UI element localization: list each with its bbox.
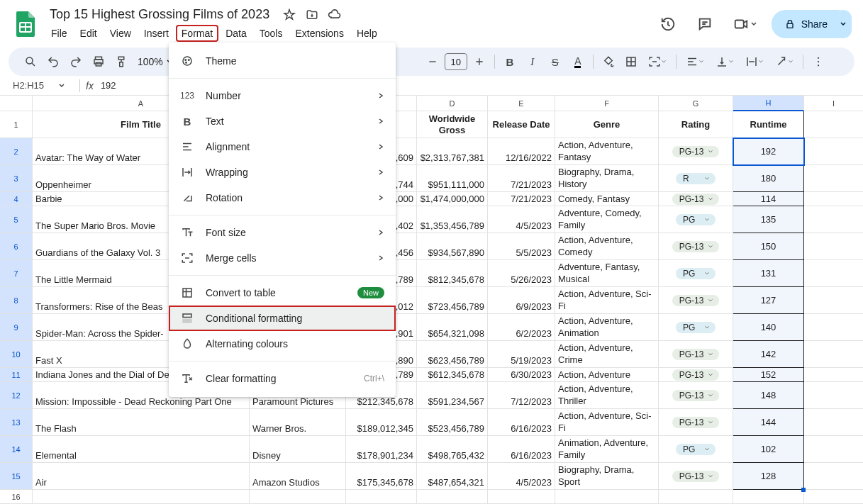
- cell[interactable]: 7/21/2023: [488, 165, 555, 192]
- row-header-9[interactable]: 9: [0, 314, 33, 341]
- cell[interactable]: 4/5/2023: [488, 206, 555, 233]
- row-header-6[interactable]: 6: [0, 233, 33, 260]
- rating-chip[interactable]: PG: [676, 214, 716, 225]
- cell[interactable]: 6/9/2023: [488, 287, 555, 314]
- redo-icon[interactable]: [65, 51, 87, 72]
- column-header-E[interactable]: E: [488, 96, 555, 111]
- fill-color-icon[interactable]: [598, 51, 619, 72]
- cell[interactable]: $654,321,098: [417, 314, 488, 341]
- cell[interactable]: 6/16/2023: [488, 409, 555, 436]
- cell[interactable]: PG-13: [659, 368, 733, 382]
- cell-runtime[interactable]: 144: [733, 409, 804, 436]
- cell[interactable]: Warner Bros.: [250, 409, 346, 436]
- cell[interactable]: Adventure, Fantasy, Musical: [555, 260, 659, 287]
- search-icon[interactable]: [20, 51, 41, 72]
- undo-icon[interactable]: [43, 51, 64, 72]
- header-cell[interactable]: [804, 111, 863, 138]
- row-header-12[interactable]: 12: [0, 382, 33, 409]
- cell[interactable]: 5/5/2023: [488, 233, 555, 260]
- cell[interactable]: R: [659, 165, 733, 192]
- select-all-corner[interactable]: [0, 96, 33, 111]
- menu-item-alignment[interactable]: Alignment: [169, 134, 396, 159]
- cell[interactable]: [804, 490, 863, 504]
- merge-cells-icon[interactable]: [643, 51, 672, 72]
- column-header-F[interactable]: F: [555, 96, 659, 111]
- cell[interactable]: 5/26/2023: [488, 260, 555, 287]
- cell[interactable]: $623,456,789: [417, 341, 488, 368]
- cell[interactable]: Air: [33, 463, 250, 490]
- cell[interactable]: Action, Adventure, Sci-Fi: [555, 409, 659, 436]
- rating-chip[interactable]: PG-13: [672, 390, 720, 401]
- menu-insert[interactable]: Insert: [138, 25, 174, 42]
- cell[interactable]: [804, 341, 863, 368]
- fontsize-plus-icon[interactable]: [469, 51, 490, 72]
- cell[interactable]: Disney: [250, 436, 346, 463]
- rating-chip[interactable]: PG-13: [672, 146, 720, 157]
- rating-chip[interactable]: PG-13: [672, 194, 720, 205]
- cell[interactable]: The Flash: [33, 409, 250, 436]
- cell[interactable]: $723,456,789: [417, 287, 488, 314]
- more-icon[interactable]: [808, 51, 829, 72]
- borders-icon[interactable]: [620, 51, 642, 72]
- comments-icon[interactable]: [691, 10, 719, 38]
- cell[interactable]: [659, 490, 733, 504]
- halign-icon[interactable]: [681, 51, 709, 72]
- cell[interactable]: PG-13: [659, 287, 733, 314]
- cell-runtime[interactable]: 152: [733, 368, 804, 382]
- row-header-1[interactable]: 1: [0, 111, 33, 138]
- rating-chip[interactable]: PG-13: [672, 471, 720, 482]
- cell[interactable]: $1,474,000,000: [417, 192, 488, 206]
- row-header-16[interactable]: 16: [0, 490, 33, 504]
- italic-icon[interactable]: I: [522, 51, 543, 72]
- cell[interactable]: [33, 490, 250, 504]
- cell-runtime[interactable]: 148: [733, 382, 804, 409]
- column-header-G[interactable]: G: [659, 96, 733, 111]
- cell-runtime[interactable]: 150: [733, 233, 804, 260]
- fontsize-input[interactable]: 10: [445, 53, 467, 70]
- cell[interactable]: 5/19/2023: [488, 341, 555, 368]
- cell[interactable]: $934,567,890: [417, 233, 488, 260]
- bold-icon[interactable]: B: [499, 51, 520, 72]
- menu-item-number[interactable]: 123 Number: [169, 83, 396, 108]
- cell[interactable]: Action, Adventure, Thriller: [555, 382, 659, 409]
- namebox-caret-icon[interactable]: [58, 82, 65, 89]
- cell-runtime[interactable]: 131: [733, 260, 804, 287]
- meet-icon[interactable]: [728, 10, 763, 38]
- cell[interactable]: Action, Adventure, Comedy: [555, 233, 659, 260]
- fontsize-minus-icon[interactable]: [422, 51, 443, 72]
- cell[interactable]: Comedy, Fantasy: [555, 192, 659, 206]
- cell[interactable]: [804, 192, 863, 206]
- row-header-8[interactable]: 8: [0, 287, 33, 314]
- cell[interactable]: $175,345,678: [346, 463, 417, 490]
- move-icon[interactable]: [305, 8, 319, 22]
- cell[interactable]: $523,456,789: [417, 409, 488, 436]
- cell[interactable]: PG: [659, 314, 733, 341]
- cell[interactable]: 6/30/2023: [488, 368, 555, 382]
- cell[interactable]: PG-13: [659, 409, 733, 436]
- cell[interactable]: Action, Adventure, Crime: [555, 341, 659, 368]
- menu-format[interactable]: Format: [176, 25, 218, 42]
- cell[interactable]: 6/2/2023: [488, 314, 555, 341]
- cell[interactable]: 4/5/2023: [488, 463, 555, 490]
- cell-runtime[interactable]: 180: [733, 165, 804, 192]
- rating-chip[interactable]: R: [676, 173, 716, 184]
- cell[interactable]: [804, 138, 863, 165]
- rating-chip[interactable]: PG-13: [672, 241, 720, 252]
- cell[interactable]: $498,765,432: [417, 436, 488, 463]
- row-header-15[interactable]: 15: [0, 463, 33, 490]
- menu-item-alternating-colours[interactable]: Alternating colours: [169, 331, 396, 357]
- cell[interactable]: PG-13: [659, 192, 733, 206]
- cell[interactable]: 12/16/2022: [488, 138, 555, 165]
- rating-chip[interactable]: PG-13: [672, 295, 720, 306]
- cell[interactable]: Amazon Studios: [250, 463, 346, 490]
- star-icon[interactable]: [282, 8, 296, 22]
- cell[interactable]: [804, 382, 863, 409]
- print-icon[interactable]: [88, 51, 109, 72]
- cell[interactable]: Action, Adventure, Sci-Fi: [555, 287, 659, 314]
- row-header-10[interactable]: 10: [0, 341, 33, 368]
- cell[interactable]: PG-13: [659, 341, 733, 368]
- menu-extensions[interactable]: Extensions: [289, 25, 349, 42]
- cell[interactable]: [804, 165, 863, 192]
- rating-chip[interactable]: PG: [676, 444, 716, 455]
- cell[interactable]: Action, Adventure, Animation: [555, 314, 659, 341]
